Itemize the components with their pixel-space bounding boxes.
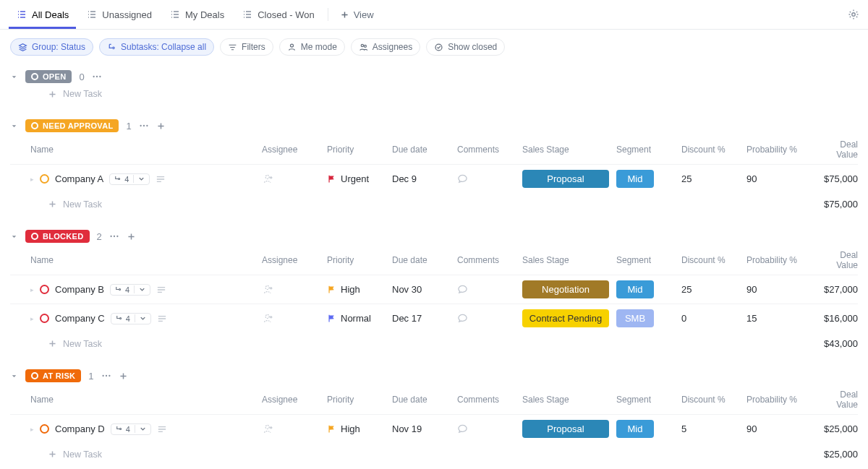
table-row[interactable]: ▸Company A4UrgentDec 9ProposalMid2590$75… xyxy=(10,164,858,193)
col-header[interactable]: Sales Stage xyxy=(522,395,616,405)
col-header[interactable]: Priority xyxy=(327,395,392,405)
col-header[interactable]: Discount % xyxy=(681,395,746,405)
segment-cell[interactable]: Mid xyxy=(616,420,681,438)
comments-icon[interactable] xyxy=(457,423,522,434)
assignees-pill[interactable]: Assignees xyxy=(351,38,420,56)
col-header[interactable]: Assignee xyxy=(262,255,327,265)
col-header[interactable]: Discount % xyxy=(681,255,746,265)
deal-value-cell[interactable]: $75,000 xyxy=(819,173,862,184)
add-task-icon[interactable] xyxy=(119,371,128,381)
status-ring-icon[interactable] xyxy=(40,424,49,434)
show-closed-pill[interactable]: Show closed xyxy=(426,38,505,56)
tab-all-deals[interactable]: All Deals xyxy=(9,0,76,29)
col-header[interactable]: Comments xyxy=(457,395,522,405)
col-header[interactable]: Priority xyxy=(327,145,392,155)
col-header[interactable]: Due date xyxy=(392,395,457,405)
assignee-add-icon[interactable] xyxy=(262,173,327,185)
status-ring-icon[interactable] xyxy=(40,285,49,294)
tab-my-deals[interactable]: My Deals xyxy=(162,0,231,29)
col-header[interactable]: Due date xyxy=(392,255,457,265)
expand-caret-icon[interactable]: ▸ xyxy=(30,315,34,322)
add-task-icon[interactable] xyxy=(127,232,136,241)
table-row[interactable]: ▸Company C4NormalDec 17Contract PendingS… xyxy=(10,304,858,332)
col-header[interactable]: Segment xyxy=(616,145,681,155)
due-date-cell[interactable]: Nov 19 xyxy=(392,423,457,434)
discount-cell[interactable]: 5 xyxy=(681,423,746,434)
status-chip[interactable]: BLOCKED xyxy=(25,230,90,243)
col-header[interactable]: Sales Stage xyxy=(522,145,616,155)
stage-cell[interactable]: Contract Pending xyxy=(522,309,616,327)
probability-cell[interactable]: 90 xyxy=(746,423,819,434)
comments-icon[interactable] xyxy=(457,284,522,295)
col-header[interactable]: Priority xyxy=(327,255,392,265)
tab-closed-won[interactable]: Closed - Won xyxy=(234,0,322,29)
filters-pill[interactable]: Filters xyxy=(220,38,273,56)
subtask-count-badge[interactable]: 4 xyxy=(109,173,150,185)
add-view-button[interactable]: View xyxy=(334,9,380,20)
description-icon[interactable] xyxy=(157,314,167,323)
table-row[interactable]: ▸Company D4HighNov 19ProposalMid590$25,0… xyxy=(10,414,858,443)
assignee-add-icon[interactable] xyxy=(262,283,327,296)
task-name[interactable]: Company A xyxy=(55,173,103,184)
col-header[interactable]: Name xyxy=(30,395,262,405)
discount-cell[interactable]: 25 xyxy=(681,284,746,295)
col-header[interactable]: Comments xyxy=(457,255,522,265)
segment-cell[interactable]: Mid xyxy=(616,170,681,188)
col-header[interactable]: Discount % xyxy=(681,145,746,155)
status-ring-icon[interactable] xyxy=(40,174,49,184)
col-header[interactable]: Deal Value xyxy=(819,390,862,410)
col-header[interactable]: Sales Stage xyxy=(522,255,616,265)
stage-cell[interactable]: Proposal xyxy=(522,420,616,438)
status-chip[interactable]: AT RISK xyxy=(25,369,81,382)
subtask-count-badge[interactable]: 4 xyxy=(111,313,151,324)
table-row[interactable]: ▸Company B4HighNov 30NegotiationMid2590$… xyxy=(10,275,858,304)
subtasks-pill[interactable]: Subtasks: Collapse all xyxy=(99,38,214,56)
segment-cell[interactable]: SMB xyxy=(616,309,681,327)
due-date-cell[interactable]: Dec 9 xyxy=(392,173,457,184)
col-header[interactable]: Due date xyxy=(392,145,457,155)
description-icon[interactable] xyxy=(157,425,167,434)
me-mode-pill[interactable]: Me mode xyxy=(279,38,345,56)
expand-caret-icon[interactable]: ▸ xyxy=(30,286,34,293)
assignee-add-icon[interactable] xyxy=(262,423,327,435)
status-ring-icon[interactable] xyxy=(40,314,49,323)
subtask-count-badge[interactable]: 4 xyxy=(111,423,151,435)
collapse-caret-icon[interactable] xyxy=(10,233,18,241)
status-chip[interactable]: NEED APPROVAL xyxy=(25,119,119,132)
more-icon[interactable] xyxy=(92,72,102,82)
probability-cell[interactable]: 90 xyxy=(746,284,819,295)
priority-cell[interactable]: High xyxy=(327,423,392,434)
col-header[interactable]: Probability % xyxy=(746,145,819,155)
priority-cell[interactable]: High xyxy=(327,284,392,295)
group-pill[interactable]: Group: Status xyxy=(10,38,93,56)
discount-cell[interactable]: 0 xyxy=(681,313,746,324)
expand-caret-icon[interactable]: ▸ xyxy=(30,426,34,433)
col-header[interactable]: Comments xyxy=(457,145,522,155)
task-name[interactable]: Company C xyxy=(55,313,105,324)
tab-unassigned[interactable]: Unassigned xyxy=(79,0,159,29)
col-header[interactable]: Segment xyxy=(616,395,681,405)
status-chip[interactable]: OPEN xyxy=(25,70,72,83)
expand-caret-icon[interactable]: ▸ xyxy=(30,176,34,183)
subtask-count-badge[interactable]: 4 xyxy=(110,284,150,296)
probability-cell[interactable]: 15 xyxy=(746,313,819,324)
col-header[interactable]: Segment xyxy=(616,255,681,265)
col-header[interactable]: Assignee xyxy=(262,395,327,405)
add-task-icon[interactable] xyxy=(156,121,166,131)
new-task-button[interactable]: New Task xyxy=(30,449,262,460)
col-header[interactable]: Deal Value xyxy=(819,250,862,270)
col-header[interactable]: Probability % xyxy=(746,255,819,265)
deal-value-cell[interactable]: $25,000 xyxy=(819,423,862,434)
more-icon[interactable] xyxy=(139,121,149,131)
priority-cell[interactable]: Urgent xyxy=(327,173,392,184)
task-name[interactable]: Company B xyxy=(55,284,104,295)
col-header[interactable]: Name xyxy=(30,145,262,155)
assignee-add-icon[interactable] xyxy=(262,312,327,324)
collapse-caret-icon[interactable] xyxy=(10,372,18,380)
new-task-button[interactable]: New Task xyxy=(30,339,262,349)
due-date-cell[interactable]: Nov 30 xyxy=(392,284,457,295)
gear-icon[interactable] xyxy=(848,9,859,20)
probability-cell[interactable]: 90 xyxy=(746,173,819,184)
deal-value-cell[interactable]: $16,000 xyxy=(819,313,862,324)
comments-icon[interactable] xyxy=(457,313,522,324)
